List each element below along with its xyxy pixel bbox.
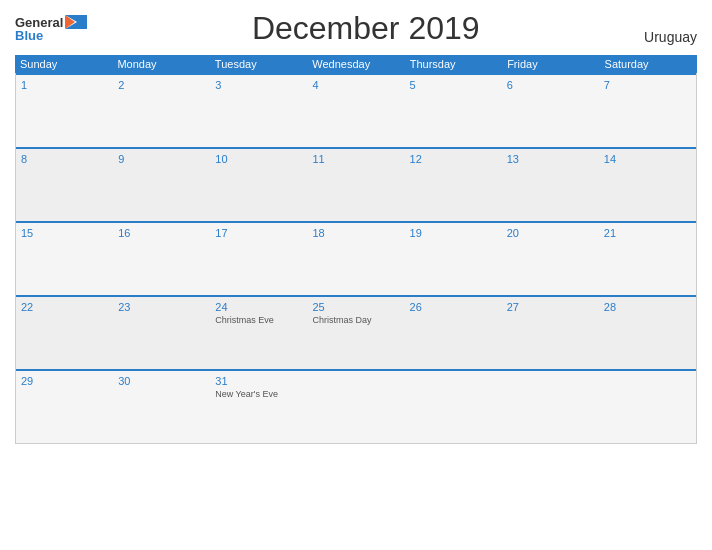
day-number: 10 (215, 153, 302, 165)
day-cell: 21 (599, 223, 696, 295)
logo-flag-icon (65, 15, 87, 29)
day-cell (599, 371, 696, 443)
logo-blue-text: Blue (15, 29, 43, 42)
day-event: New Year's Eve (215, 389, 302, 401)
day-number: 4 (312, 79, 399, 91)
day-cell: 8 (16, 149, 113, 221)
day-number: 1 (21, 79, 108, 91)
day-number: 3 (215, 79, 302, 91)
day-number: 9 (118, 153, 205, 165)
day-cell (307, 371, 404, 443)
day-cell: 28 (599, 297, 696, 369)
day-cell: 15 (16, 223, 113, 295)
day-number: 25 (312, 301, 399, 313)
day-header-saturday: Saturday (600, 55, 697, 73)
day-number: 11 (312, 153, 399, 165)
day-number: 2 (118, 79, 205, 91)
day-number: 20 (507, 227, 594, 239)
week-row-5: 293031New Year's Eve (16, 369, 696, 443)
day-number: 5 (410, 79, 497, 91)
day-cell: 1 (16, 75, 113, 147)
day-header-sunday: Sunday (15, 55, 112, 73)
calendar-country: Uruguay (644, 29, 697, 47)
calendar-body: 123456789101112131415161718192021222324C… (15, 73, 697, 444)
day-number: 17 (215, 227, 302, 239)
week-row-2: 891011121314 (16, 147, 696, 221)
day-number: 26 (410, 301, 497, 313)
day-cell: 24Christmas Eve (210, 297, 307, 369)
logo: General Blue (15, 15, 87, 42)
day-number: 24 (215, 301, 302, 313)
day-cell: 18 (307, 223, 404, 295)
day-cell: 25Christmas Day (307, 297, 404, 369)
day-event: Christmas Day (312, 315, 399, 327)
day-cell (405, 371, 502, 443)
day-cell: 3 (210, 75, 307, 147)
day-number: 19 (410, 227, 497, 239)
day-cell (502, 371, 599, 443)
day-cell: 19 (405, 223, 502, 295)
day-number: 14 (604, 153, 691, 165)
day-number: 8 (21, 153, 108, 165)
day-headers-row: Sunday Monday Tuesday Wednesday Thursday… (15, 55, 697, 73)
week-row-4: 222324Christmas Eve25Christmas Day262728 (16, 295, 696, 369)
week-row-3: 15161718192021 (16, 221, 696, 295)
day-number: 13 (507, 153, 594, 165)
day-cell: 16 (113, 223, 210, 295)
day-event: Christmas Eve (215, 315, 302, 327)
day-number: 30 (118, 375, 205, 387)
day-number: 22 (21, 301, 108, 313)
day-cell: 23 (113, 297, 210, 369)
day-cell: 10 (210, 149, 307, 221)
day-cell: 29 (16, 371, 113, 443)
calendar-container: General Blue December 2019 Uruguay Sunda… (0, 0, 712, 550)
day-cell: 14 (599, 149, 696, 221)
day-number: 21 (604, 227, 691, 239)
day-cell: 6 (502, 75, 599, 147)
day-cell: 12 (405, 149, 502, 221)
day-header-monday: Monday (112, 55, 209, 73)
day-cell: 2 (113, 75, 210, 147)
week-row-1: 1234567 (16, 73, 696, 147)
day-header-friday: Friday (502, 55, 599, 73)
day-cell: 5 (405, 75, 502, 147)
day-number: 12 (410, 153, 497, 165)
calendar-title: December 2019 (87, 10, 644, 47)
day-cell: 27 (502, 297, 599, 369)
logo-general-text: General (15, 16, 63, 29)
day-cell: 22 (16, 297, 113, 369)
day-cell: 9 (113, 149, 210, 221)
day-header-tuesday: Tuesday (210, 55, 307, 73)
day-number: 29 (21, 375, 108, 387)
day-number: 16 (118, 227, 205, 239)
day-header-wednesday: Wednesday (307, 55, 404, 73)
day-header-thursday: Thursday (405, 55, 502, 73)
day-number: 7 (604, 79, 691, 91)
day-cell: 20 (502, 223, 599, 295)
day-number: 31 (215, 375, 302, 387)
day-cell: 4 (307, 75, 404, 147)
day-cell: 11 (307, 149, 404, 221)
calendar-header: General Blue December 2019 Uruguay (15, 10, 697, 47)
day-number: 6 (507, 79, 594, 91)
day-cell: 30 (113, 371, 210, 443)
day-number: 27 (507, 301, 594, 313)
day-number: 28 (604, 301, 691, 313)
day-cell: 31New Year's Eve (210, 371, 307, 443)
day-cell: 7 (599, 75, 696, 147)
day-number: 23 (118, 301, 205, 313)
day-number: 18 (312, 227, 399, 239)
day-cell: 17 (210, 223, 307, 295)
day-cell: 13 (502, 149, 599, 221)
day-number: 15 (21, 227, 108, 239)
day-cell: 26 (405, 297, 502, 369)
